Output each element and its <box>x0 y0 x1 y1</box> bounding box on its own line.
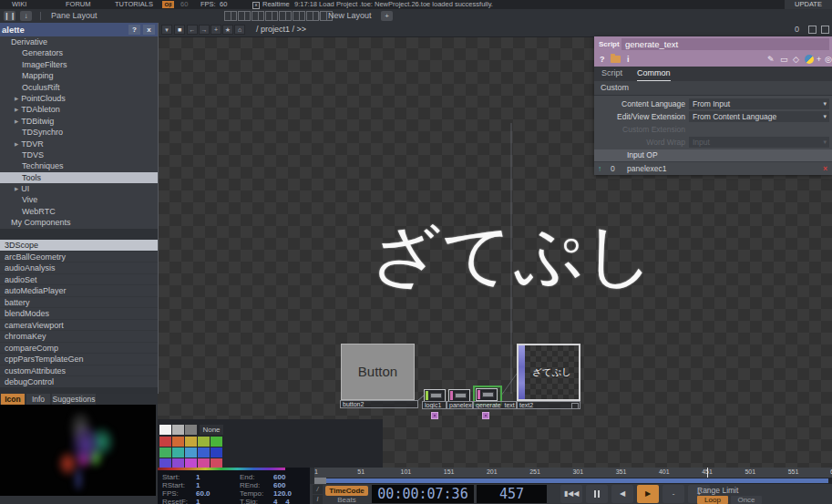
help-button[interactable]: ? <box>128 25 140 35</box>
pane-layout-preset-7[interactable] <box>306 11 319 21</box>
timeline-range-bar[interactable] <box>314 478 832 484</box>
menu-tutorials[interactable]: TUTORIALS <box>115 0 153 9</box>
expand-arrow-icon[interactable]: ▶ <box>15 96 18 101</box>
hue-gradient-strip[interactable] <box>158 468 285 470</box>
palette-tree-item-imagefilters[interactable]: ImageFilters <box>0 59 158 70</box>
component-item-autoMediaPlayer[interactable]: autoMediaPlayer <box>0 285 158 297</box>
timeline-setting-value[interactable]: 120.0 <box>273 489 292 498</box>
node-generate-text[interactable] <box>476 388 498 401</box>
parameter-header[interactable]: Script generate_text <box>594 36 832 52</box>
palette-tree-item-derivative[interactable]: Derivative <box>0 36 158 47</box>
beats-mode-button[interactable]: Beats <box>325 496 368 504</box>
palette-tree-item-vive[interactable]: Vive <box>0 194 158 205</box>
component-item-audioAnalysis[interactable]: audioAnalysis <box>0 262 158 274</box>
timeline-setting-value[interactable]: 1 <box>196 481 200 489</box>
node-flag-logic1[interactable] <box>431 412 438 419</box>
delete-icon[interactable]: × <box>823 162 827 175</box>
frame-mode-button[interactable]: / <box>313 485 323 494</box>
realtime-checkbox[interactable]: x <box>252 2 260 9</box>
pane-split-icon[interactable]: ❙❙ <box>4 11 15 21</box>
import-icon[interactable]: ↓ <box>20 11 32 21</box>
palette-tree-item-pointclouds[interactable]: ▶PointClouds <box>0 93 158 104</box>
palette-tree-item-mapping[interactable]: Mapping <box>0 70 158 81</box>
range-fill[interactable] <box>316 478 828 483</box>
palette-tree-item-my-components[interactable]: My Components <box>0 217 158 228</box>
palette-tree-item-tdableton[interactable]: ▶TDAbleton <box>0 104 158 115</box>
add-icon[interactable]: + <box>211 25 221 35</box>
content-language-dropdown[interactable]: From Input▾ <box>689 98 829 109</box>
swatch-color[interactable] <box>211 447 222 458</box>
step-back-button[interactable]: - <box>663 485 684 503</box>
split-pane-icon[interactable] <box>821 26 829 34</box>
back-icon[interactable]: ← <box>187 25 198 35</box>
palette-tree-item-tdsynchro[interactable]: TDSynchro <box>0 127 158 138</box>
pane-layout-preset-2[interactable] <box>238 11 251 21</box>
tab-info[interactable]: Info <box>26 394 50 405</box>
component-item-audioSet[interactable]: audioSet <box>0 274 158 286</box>
timecode-display[interactable]: 00:00:07:36 <box>372 485 474 503</box>
palette-tree-item-oculusrift[interactable]: OculusRift <box>0 82 158 93</box>
expand-arrow-icon[interactable]: ▶ <box>15 141 18 147</box>
swatch-color[interactable] <box>185 437 197 447</box>
playhead[interactable] <box>707 468 708 478</box>
palette-tree-item-ui[interactable]: ▶UI <box>0 183 158 194</box>
swatch-none[interactable]: None <box>200 425 223 435</box>
language-icon[interactable]: ◎ <box>825 54 832 65</box>
component-item-cppParsTemplateGen[interactable]: cppParsTemplateGen <box>0 354 158 365</box>
pane-layout-preset-3[interactable] <box>252 11 264 21</box>
component-item-cameraViewport[interactable]: cameraViewport <box>0 320 158 332</box>
once-button[interactable]: Once <box>731 496 762 504</box>
menu-wiki[interactable]: WIKI <box>12 0 26 9</box>
pane-layout-preset-6[interactable] <box>293 11 305 21</box>
node-text2[interactable]: ざてぷし <box>517 344 580 401</box>
maximize-pane-icon[interactable] <box>808 26 817 34</box>
folder-icon[interactable] <box>611 56 621 63</box>
expand-arrow-icon[interactable]: ▶ <box>15 186 18 191</box>
node-panelexec1[interactable] <box>448 389 470 402</box>
timecode-mode-button[interactable]: TimeCode <box>325 486 368 496</box>
node-name-panelexec1[interactable]: panelexec1 <box>447 401 473 409</box>
swatch-color[interactable] <box>198 447 210 458</box>
component-item-3DScope[interactable]: 3DScope <box>0 240 158 252</box>
node-name-logic1[interactable]: logic1 <box>422 401 447 409</box>
home-icon[interactable]: ⌂ <box>234 25 245 35</box>
node-flag-generate-text[interactable] <box>482 412 489 419</box>
star-icon[interactable]: ★ <box>222 25 233 35</box>
palette-tree-item-tdbitwig[interactable]: ▶TDBitwig <box>0 116 158 127</box>
timeline-setting-value[interactable]: 600 <box>273 481 285 489</box>
input-op-value[interactable]: panelexec1 <box>627 162 666 175</box>
tab-script[interactable]: Script <box>601 67 622 80</box>
timeline-setting-value[interactable]: 1 <box>196 498 200 504</box>
swatch-color[interactable] <box>172 447 184 458</box>
timeline-setting-value[interactable]: 1 <box>196 473 200 481</box>
close-button[interactable]: x <box>143 25 155 35</box>
tab-suggestions[interactable]: Suggestions <box>52 394 96 405</box>
pencil-icon[interactable]: ✎ <box>767 54 775 65</box>
pane-layout-preset-4[interactable] <box>265 11 278 21</box>
component-item-chromaKey[interactable]: chromaKey <box>0 331 158 343</box>
swatch-color[interactable] <box>159 437 171 447</box>
pause-button[interactable] <box>586 485 608 503</box>
python-icon[interactable] <box>805 55 814 64</box>
resize-grip[interactable] <box>571 403 579 409</box>
node-name-generate-text[interactable]: generate_text <box>473 401 517 409</box>
pane-layout-preset-1[interactable] <box>224 11 237 21</box>
palette-tree-item-techniques[interactable]: Techniques <box>0 160 158 171</box>
play-forward-button[interactable]: ▶ <box>637 485 659 503</box>
swatch-color[interactable] <box>198 437 210 447</box>
palette-tree-item-tdvr[interactable]: ▶TDVR <box>0 139 158 149</box>
swatch-neutral[interactable] <box>172 425 184 435</box>
update-button[interactable]: UPDATE <box>785 0 832 9</box>
menu-forum[interactable]: FORUM <box>66 0 91 9</box>
swatch-color[interactable] <box>159 447 171 458</box>
op-name-field[interactable]: generate_text <box>621 38 829 50</box>
perform-mode-icon[interactable]: O|I <box>162 1 174 8</box>
range-handle[interactable] <box>314 478 326 484</box>
pane-layout-presets[interactable] <box>224 11 334 21</box>
expand-arrow-icon[interactable]: ▶ <box>15 107 18 112</box>
pane-layout-preset-5[interactable] <box>279 11 292 21</box>
expand-arrow-icon[interactable]: ▶ <box>15 118 18 124</box>
node-name-text2[interactable]: text2 <box>517 401 580 409</box>
section-custom[interactable]: Custom <box>594 81 832 96</box>
palette-titlebar[interactable]: alette ? x <box>0 23 158 36</box>
